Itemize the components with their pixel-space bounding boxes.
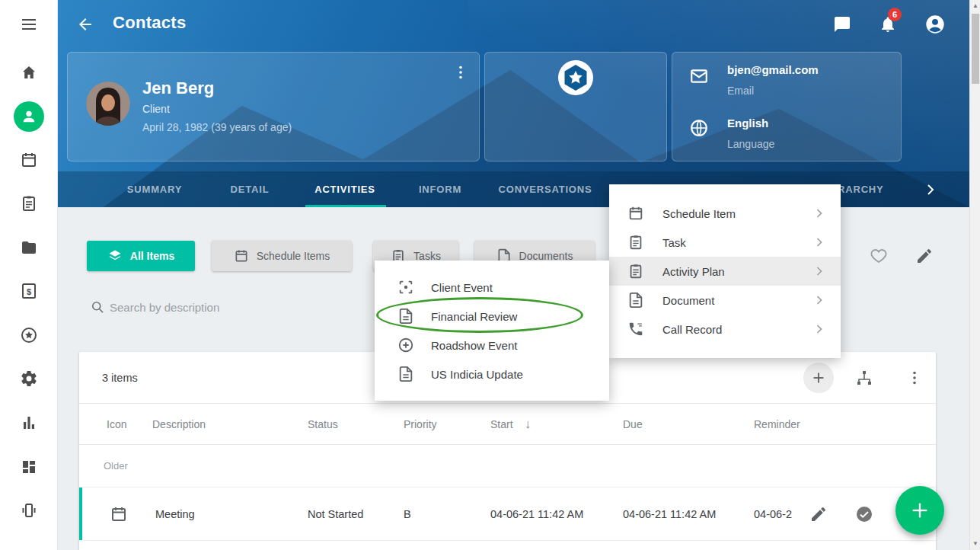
submenu-item-client-event[interactable]: Client Event	[375, 273, 609, 302]
submenu-item-financial-review[interactable]: Financial Review	[375, 302, 609, 331]
chevron-right-icon	[812, 321, 827, 337]
add-item-button[interactable]	[803, 363, 834, 393]
document-icon	[627, 292, 646, 309]
table-column-headers: Icon Description Status Priority Start ↓…	[79, 404, 936, 445]
calendar-icon	[234, 248, 249, 264]
cell-reminder: 04-06-2	[754, 488, 792, 541]
chevron-right-icon	[812, 293, 827, 308]
scrollbar-up-arrow[interactable]: ▲	[970, 0, 980, 12]
hero-section: Contacts 6	[58, 0, 969, 207]
tasks-icon[interactable]	[20, 194, 38, 213]
menu-item-schedule-item[interactable]: Schedule Item	[609, 199, 841, 228]
tab-activities[interactable]: ACTIVITIES	[314, 171, 375, 207]
fab-add-button[interactable]	[895, 486, 944, 535]
col-priority[interactable]: Priority	[404, 404, 437, 445]
calendar-icon[interactable]	[20, 151, 38, 169]
submenu-item-label: Client Event	[431, 281, 597, 294]
contact-info-card: bjen@gmail.com Email English Language	[672, 52, 902, 161]
clipboard-icon	[627, 234, 646, 251]
sidebar: $	[0, 0, 58, 550]
tab-conversations[interactable]: CONVERSATIONS	[499, 171, 592, 207]
table-kebab-menu-icon[interactable]	[905, 369, 924, 387]
calendar-icon	[627, 205, 646, 222]
settings-icon[interactable]	[20, 369, 38, 388]
submenu-item-label: US Indicia Update	[431, 368, 597, 381]
scrollbar-thumb[interactable]	[972, 14, 979, 84]
submenu-item-label: Roadshow Event	[431, 339, 597, 352]
menu-item-label: Document	[662, 294, 812, 307]
phone-vibrate-icon[interactable]	[20, 501, 38, 520]
svg-text:$: $	[26, 287, 30, 296]
favorite-heart-icon[interactable]	[870, 247, 888, 265]
contact-avatar[interactable]	[86, 82, 130, 126]
row-edit-pencil-icon[interactable]	[809, 505, 828, 523]
reports-icon[interactable]	[20, 414, 38, 432]
row-accent-bar	[79, 488, 82, 540]
menu-item-label: Schedule Item	[662, 207, 812, 220]
clipboard-icon	[627, 263, 646, 280]
hierarchy-view-icon[interactable]	[855, 369, 873, 387]
table-row[interactable]: Meeting Not Started B 04-06-21 11:42 AM …	[79, 488, 936, 541]
focus-target-icon	[397, 279, 416, 296]
tabs-overflow-chevron-icon[interactable]	[921, 181, 940, 199]
window-scrollbar: ▲ ▼	[969, 0, 980, 550]
notifications-bell-icon[interactable]: 6	[879, 15, 897, 34]
home-icon[interactable]	[20, 63, 38, 82]
menu-item-task[interactable]: Task	[609, 228, 841, 257]
scrollbar-down-arrow[interactable]: ▼	[970, 538, 980, 550]
hamburger-menu-icon[interactable]	[20, 15, 38, 34]
filter-schedule-items-label: Schedule Items	[257, 250, 330, 262]
col-start[interactable]: Start	[490, 404, 513, 445]
menu-item-call-record[interactable]: Call Record	[609, 315, 841, 344]
cell-description: Meeting	[155, 488, 195, 541]
chat-icon[interactable]	[833, 15, 851, 34]
submenu-item-roadshow-event[interactable]: Roadshow Event	[375, 331, 609, 360]
contact-name: Jen Berg	[142, 78, 214, 98]
cell-start: 04-06-21 11:42 AM	[490, 488, 583, 541]
document-icon	[397, 308, 416, 325]
cell-priority: B	[404, 488, 411, 541]
tab-inform[interactable]: INFORM	[419, 171, 461, 207]
contact-birthdate: April 28, 1982 (39 years of age)	[142, 121, 292, 133]
add-activity-menu: Schedule Item Task Activity Plan	[609, 184, 841, 358]
group-label[interactable]: Older	[104, 445, 128, 488]
row-complete-check-icon[interactable]	[855, 505, 873, 523]
badge-card	[484, 52, 667, 161]
language-label: Language	[727, 138, 774, 150]
invoice-icon[interactable]: $	[20, 282, 38, 300]
filter-all-items-label: All Items	[130, 250, 174, 262]
menu-item-document[interactable]: Document	[609, 286, 841, 315]
star-hexagon-badge-icon[interactable]	[558, 60, 593, 95]
tab-summary[interactable]: SUMMARY	[127, 171, 182, 207]
card-kebab-menu-icon[interactable]	[452, 63, 470, 82]
top-app-bar: Contacts 6	[58, 0, 969, 49]
edit-pencil-icon[interactable]	[915, 247, 934, 265]
search-input[interactable]	[110, 297, 361, 317]
account-icon[interactable]	[924, 14, 946, 35]
document-icon	[397, 366, 416, 382]
notification-count-badge: 6	[888, 8, 902, 21]
activity-plan-submenu: Client Event Financial Review Roadshow E…	[375, 261, 609, 401]
star-icon[interactable]	[20, 326, 38, 344]
contact-summary-card: Jen Berg Client April 28, 1982 (39 years…	[67, 52, 480, 161]
col-due[interactable]: Due	[623, 404, 643, 445]
col-status[interactable]: Status	[308, 404, 338, 445]
col-reminder[interactable]: Reminder	[754, 404, 800, 445]
cell-due: 04-06-21 11:42 AM	[623, 488, 716, 541]
chevron-right-icon	[812, 235, 827, 250]
tab-detail[interactable]: DETAIL	[231, 171, 270, 207]
cell-status: Not Started	[308, 488, 363, 541]
submenu-item-us-indicia-update[interactable]: US Indicia Update	[375, 360, 609, 389]
filter-all-items-button[interactable]: All Items	[87, 241, 195, 271]
col-icon[interactable]: Icon	[107, 404, 126, 445]
filter-schedule-items-button[interactable]: Schedule Items	[212, 241, 352, 271]
app-root: $ Contacts	[0, 0, 980, 550]
menu-item-activity-plan[interactable]: Activity Plan	[609, 257, 841, 286]
back-arrow-icon[interactable]	[76, 15, 94, 34]
col-description[interactable]: Description	[152, 404, 206, 445]
folder-icon[interactable]	[20, 238, 38, 257]
menu-item-label: Activity Plan	[662, 265, 812, 278]
search-icon	[90, 299, 105, 315]
dashboard-icon[interactable]	[20, 458, 38, 476]
contacts-icon-active[interactable]	[14, 101, 44, 132]
